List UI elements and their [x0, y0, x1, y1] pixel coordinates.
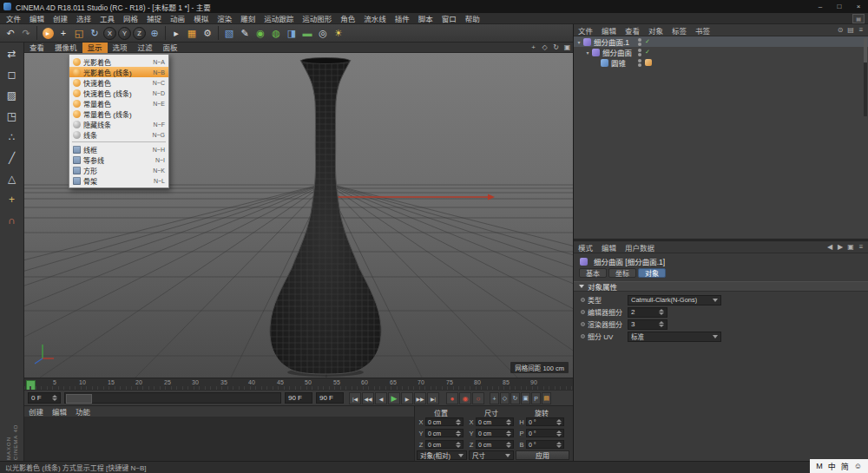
end-frame-field[interactable]: 90 F [285, 392, 312, 404]
animation-dot-icon[interactable] [581, 298, 585, 302]
menu-help[interactable]: 帮助 [461, 13, 484, 23]
scale-toggle[interactable]: ◇ [500, 392, 510, 404]
toggle-views-icon[interactable]: ▣ [562, 43, 573, 51]
menu-animate[interactable]: 动画 [166, 13, 189, 23]
current-frame-field[interactable]: 0 F [28, 392, 61, 404]
vp-menu-options[interactable]: 选项 [108, 43, 133, 53]
timeline-ruler[interactable]: 5 10 15 20 25 30 35 40 45 50 55 60 65 70… [24, 378, 573, 390]
points-mode-button[interactable]: ∴ [3, 128, 22, 147]
tab-object[interactable]: 对象 [638, 268, 666, 278]
back-icon[interactable]: ◀ [825, 243, 835, 251]
redo-button[interactable]: ↷ [18, 25, 34, 41]
menu-edit[interactable]: 编辑 [25, 13, 49, 23]
renderer-subdivision-field[interactable]: 3 [628, 319, 667, 330]
render-view-button[interactable]: ▸ [168, 25, 184, 41]
field-stepper[interactable] [555, 419, 562, 425]
menu-character[interactable]: 角色 [336, 13, 359, 23]
vp-menu-filter[interactable]: 过滤 [133, 43, 158, 53]
vp-menu-panel[interactable]: 面板 [158, 43, 183, 53]
om-menu-file[interactable]: 文件 [574, 25, 597, 36]
display-menu-item[interactable]: 光影着色N~A [69, 56, 168, 67]
materials-menu-create[interactable]: 创建 [24, 406, 48, 417]
deformer-button[interactable]: ◨ [284, 25, 299, 41]
menu-tools[interactable]: 工具 [95, 13, 119, 23]
coordinate-system-button[interactable]: ⊕ [147, 25, 162, 41]
play-button[interactable]: ▶ [388, 392, 400, 404]
animation-dot-icon[interactable] [581, 310, 585, 314]
apply-button[interactable]: 应用 [516, 450, 569, 460]
menu-sculpt[interactable]: 雕刻 [236, 13, 260, 23]
record-keyframe-button[interactable]: ● [446, 392, 458, 404]
layout-preset-selector[interactable]: ▤ [852, 14, 865, 23]
keyframe-selection-button[interactable]: ○ [472, 392, 484, 404]
pan-view-icon[interactable]: + [528, 43, 539, 51]
prev-key-button[interactable]: ◀◀ [362, 392, 374, 404]
light-button[interactable]: ☀ [331, 25, 346, 41]
options-toggle[interactable]: ▤ [542, 392, 551, 404]
display-menu-item[interactable]: 快速着色N~C [69, 77, 168, 88]
object-row[interactable]: ▾ 细分曲面 ✓ [574, 47, 868, 57]
autokeying-button[interactable]: ◉ [459, 392, 471, 404]
forward-icon[interactable]: ▶ [835, 243, 845, 251]
goto-start-button[interactable]: |◀ [349, 392, 361, 404]
scale-button[interactable]: ◱ [71, 25, 87, 41]
field-stepper[interactable] [504, 442, 511, 448]
field-stepper[interactable] [454, 419, 461, 425]
type-dropdown[interactable]: Catmull-Clark(N-Gons) [628, 295, 721, 305]
om-menu-tags[interactable]: 标签 [667, 25, 691, 36]
coords-mode-dropdown[interactable]: 对象(相对) [417, 450, 467, 460]
enable-axis-button[interactable]: + [3, 190, 22, 209]
editor-subdivision-field[interactable]: 2 [628, 307, 667, 318]
position-y-field[interactable]: 0 cm [425, 429, 464, 437]
render-to-picture-button[interactable]: ▦ [184, 25, 200, 41]
max-frame-field[interactable]: 90 F [316, 392, 344, 404]
display-menu-item[interactable]: 常量着色N~E [69, 98, 168, 108]
vp-menu-view[interactable]: 查看 [24, 43, 49, 53]
pla-toggle[interactable]: P [531, 392, 541, 404]
rotation-b-field[interactable]: 0 ° [526, 440, 564, 449]
menu-motion-tracker[interactable]: 运动跟踪 [260, 13, 298, 23]
model-mode-button[interactable]: ◻ [3, 65, 22, 84]
enabled-check-icon[interactable]: ✓ [645, 49, 650, 56]
tab-coordinates[interactable]: 坐标 [608, 268, 636, 278]
rotation-p-field[interactable]: 0 ° [526, 429, 564, 437]
am-menu-userdata[interactable]: 用户数据 [621, 242, 659, 253]
subdivision-surface-button[interactable]: ◉ [253, 25, 268, 41]
tab-basic[interactable]: 基本 [579, 268, 607, 278]
rotate-view-icon[interactable]: ↻ [550, 43, 562, 51]
visibility-dots-icon[interactable] [638, 59, 641, 67]
menu-pipeline[interactable]: 流水线 [359, 13, 391, 23]
field-stepper[interactable] [555, 442, 562, 448]
ime-language[interactable]: 中 [826, 461, 838, 472]
size-z-field[interactable]: 0 cm [476, 440, 514, 449]
prev-frame-button[interactable]: ◀ [375, 392, 387, 404]
ime-mode[interactable]: M [814, 462, 825, 470]
vp-menu-cameras[interactable]: 摄像机 [49, 43, 82, 53]
menu-file[interactable]: 文件 [2, 13, 25, 23]
menu-mesh[interactable]: 网格 [119, 13, 142, 23]
next-key-button[interactable]: ▶▶ [414, 392, 426, 404]
display-menu-item[interactable]: 方形N~K [69, 165, 168, 175]
undo-button[interactable]: ↶ [3, 25, 18, 41]
object-properties-section[interactable]: 对象属性 [574, 281, 868, 292]
rotate-button[interactable]: ↻ [87, 25, 102, 41]
subdivide-uv-dropdown[interactable]: 标准 [628, 332, 721, 342]
menu-mograph[interactable]: 运动图形 [298, 13, 336, 23]
menu-create[interactable]: 创建 [49, 13, 72, 23]
object-row[interactable]: 圆锥 [574, 57, 868, 68]
filter-icon[interactable]: ▤ [845, 26, 856, 34]
am-menu-mode[interactable]: 模式 [574, 242, 597, 253]
field-stepper[interactable] [454, 442, 461, 448]
animation-dot-icon[interactable] [581, 322, 585, 326]
display-menu-item[interactable]: 快速着色 (线条)N~D [69, 88, 168, 98]
lock-icon[interactable]: ▣ [845, 243, 856, 251]
floor-button[interactable]: ▬ [299, 25, 315, 41]
close-button[interactable]: × [849, 0, 868, 13]
field-stepper[interactable] [504, 419, 511, 425]
minimize-button[interactable]: – [811, 0, 830, 13]
rotation-h-field[interactable]: 0 ° [526, 417, 564, 426]
menu-icon[interactable]: ≡ [856, 243, 866, 251]
materials-menu-edit[interactable]: 编辑 [48, 406, 71, 417]
ime-charset[interactable]: 简 [839, 461, 851, 472]
field-stepper[interactable] [657, 321, 664, 327]
